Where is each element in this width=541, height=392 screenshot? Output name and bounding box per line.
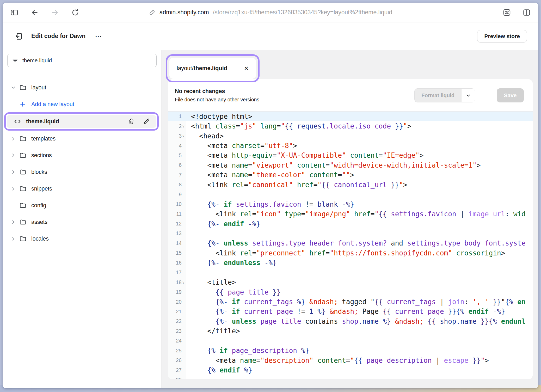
code-line[interactable] [186, 375, 533, 379]
line-number: 18∨ [168, 277, 186, 287]
code-line[interactable]: {%- if settings.favicon != blank -%} [186, 199, 533, 209]
folder-label: snippets [31, 186, 52, 192]
chevron-down-icon [465, 93, 471, 98]
sidebar-item-assets[interactable]: assets [7, 216, 157, 228]
format-liquid-caret[interactable] [461, 89, 475, 102]
code-line[interactable] [186, 268, 533, 277]
tab-theme-liquid[interactable]: layout/theme.liquid × [169, 58, 256, 79]
line-number-gutter: 12∨3∨456789101112131415161718∨1920212223… [168, 112, 186, 379]
tab-highlight-outline: layout/theme.liquid × [166, 54, 260, 82]
fold-toggle-icon[interactable]: ∨ [182, 124, 186, 128]
code-line[interactable] [186, 190, 533, 199]
code-line[interactable]: <meta http-equiv="X-UA-Compatible" conte… [186, 151, 533, 160]
code-line[interactable]: <html class="js" lang="{{ request.locale… [186, 121, 533, 131]
code-line[interactable]: <link rel="canonical" href="{{ canonical… [186, 180, 533, 189]
line-number: 11 [168, 209, 186, 219]
code-line[interactable]: {%- if current_tags %} &ndash; tagged "{… [186, 297, 533, 307]
status-subtitle: File does not have any other versions [175, 97, 533, 103]
code-line[interactable]: {%- endif -%} [186, 219, 533, 229]
code-line[interactable]: {%- unless page_title contains shop.name… [186, 316, 533, 326]
code-line[interactable]: {% if page_description %} [186, 346, 533, 356]
code-line[interactable]: <link rel="icon" type="image/png" href="… [186, 209, 533, 219]
format-liquid-button[interactable]: Format liquid [415, 89, 461, 102]
code-line[interactable]: <meta name="description" content="{{ pag… [186, 356, 533, 365]
code-line[interactable]: {%- unless settings.type_header_font.sys… [186, 238, 533, 248]
file-search[interactable] [7, 54, 157, 67]
preview-store-button[interactable]: Preview store [477, 30, 527, 42]
code-line[interactable] [186, 336, 533, 346]
line-number: 20 [168, 297, 186, 307]
sidebar-item-layout[interactable]: layout [7, 81, 157, 94]
line-number: 8 [168, 180, 186, 189]
chevron-right-icon[interactable] [7, 219, 19, 225]
address-bar[interactable]: admin.shopify.com/store/rzq1xu-f5/themes… [149, 9, 392, 16]
line-number: 21 [168, 307, 186, 316]
code-editor[interactable]: 12∨3∨456789101112131415161718∨1920212223… [168, 112, 533, 379]
sidebar-item-config[interactable]: config [7, 199, 157, 212]
sidebar-toggle-icon[interactable] [10, 8, 19, 17]
line-number: 25 [168, 346, 186, 356]
save-button[interactable]: Save [497, 88, 524, 102]
more-menu-button[interactable]: ••• [95, 34, 102, 38]
format-liquid-split-button: Format liquid [414, 88, 475, 102]
sidebar-item-snippets[interactable]: snippets [7, 182, 157, 195]
back-icon[interactable] [30, 8, 39, 17]
plus-icon [19, 101, 31, 108]
forward-icon[interactable] [51, 8, 59, 17]
code-line[interactable]: {%- if current_page != 1 %} &ndash; Page… [186, 307, 533, 316]
split-view-icon[interactable] [522, 8, 531, 17]
reload-icon[interactable] [71, 8, 80, 17]
sidebar-item-theme-liquid[interactable]: theme.liquid [7, 115, 156, 128]
sidebar-item-templates[interactable]: templates [7, 132, 157, 145]
folder-label: assets [31, 219, 47, 225]
line-number: 28 [168, 375, 186, 379]
chevron-right-icon[interactable] [7, 186, 19, 192]
code-line[interactable]: <meta name="theme-color" content=""> [186, 170, 533, 180]
code-line[interactable]: {% endif %} [186, 365, 533, 375]
delete-file-icon[interactable] [127, 118, 135, 125]
fold-toggle-icon[interactable]: ∨ [182, 280, 186, 284]
code-line[interactable]: <title> [186, 277, 533, 287]
browser-toolbar: admin.shopify.com/store/rzq1xu-f5/themes… [3, 3, 538, 22]
folder-label: templates [31, 136, 56, 142]
chevron-down-icon[interactable] [7, 85, 19, 90]
code-line[interactable]: {{ page_title }} [186, 287, 533, 297]
rename-file-icon[interactable] [143, 118, 150, 125]
code-line[interactable]: <meta charset="utf-8"> [186, 141, 533, 150]
chevron-right-icon[interactable] [7, 236, 19, 242]
sidebar-item-blocks[interactable]: blocks [7, 166, 157, 178]
chevron-right-icon[interactable] [7, 169, 19, 175]
code-lines[interactable]: <!doctype html><html class="js" lang="{{… [186, 112, 533, 379]
file-label: theme.liquid [26, 118, 59, 125]
editor-content: layout/theme.liquid × No recent changes … [162, 50, 538, 388]
line-number: 3∨ [168, 131, 186, 141]
code-line[interactable]: <!doctype html> [186, 112, 533, 121]
sidebar-item-locales[interactable]: locales [7, 232, 157, 245]
line-number: 6 [168, 160, 186, 170]
tab-label: layout/theme.liquid [177, 65, 227, 72]
chevron-right-icon[interactable] [7, 152, 19, 158]
tab-close-icon[interactable]: × [244, 64, 249, 72]
selected-file-highlight: theme.liquid [4, 112, 159, 131]
exit-editor-icon[interactable] [14, 31, 23, 41]
fold-toggle-icon[interactable]: ∨ [182, 134, 186, 138]
code-line[interactable]: {%- endunless -%} [186, 258, 533, 268]
line-number: 2∨ [168, 121, 186, 131]
sidebar-item-sections[interactable]: sections [7, 149, 157, 162]
line-number: 14 [168, 238, 186, 248]
line-number: 9 [168, 190, 186, 199]
code-line[interactable] [186, 229, 533, 238]
add-new-layout-button[interactable]: Add a new layout [7, 98, 157, 111]
code-line[interactable]: <meta name="viewport" content="width=dev… [186, 160, 533, 170]
line-number: 15 [168, 248, 186, 258]
page-settings-icon[interactable] [502, 8, 511, 17]
folder-icon [19, 185, 31, 192]
url-host: admin.shopify.com [159, 9, 209, 16]
chevron-right-icon[interactable] [7, 136, 19, 142]
url-path: /store/rzq1xu-f5/themes/132683530345?key… [213, 9, 392, 16]
code-line[interactable]: <link rel="preconnect" href="https://fon… [186, 248, 533, 258]
code-line[interactable]: </title> [186, 326, 533, 336]
panel-header: No recent changes File does not have any… [168, 79, 533, 112]
search-input[interactable] [22, 57, 152, 64]
code-line[interactable]: <head> [186, 131, 533, 141]
